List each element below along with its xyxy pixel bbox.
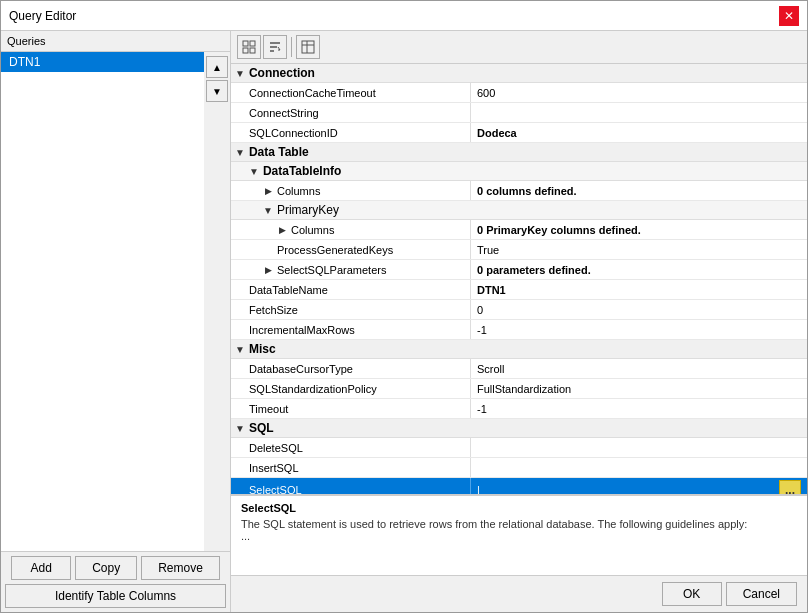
add-button[interactable]: Add bbox=[11, 556, 71, 580]
prop-value-process-generated-keys[interactable]: True bbox=[471, 240, 807, 259]
description-field-name: SelectSQL bbox=[241, 502, 797, 514]
copy-button[interactable]: Copy bbox=[75, 556, 137, 580]
grid-view-button[interactable] bbox=[237, 35, 261, 59]
prop-row-columns: ▶Columns 0 columns defined. bbox=[231, 181, 807, 201]
prop-value-data-table-name[interactable]: DTN1 bbox=[471, 280, 807, 299]
section-sql[interactable]: ▼ SQL bbox=[231, 419, 807, 438]
prop-value-fetch-size[interactable]: 0 bbox=[471, 300, 807, 319]
prop-value-sql-standardization-policy[interactable]: FullStandardization bbox=[471, 379, 807, 398]
section-misc-label: Misc bbox=[249, 342, 276, 356]
ellipsis-button[interactable]: ... bbox=[779, 480, 801, 495]
description-text: The SQL statement is used to retrieve ro… bbox=[241, 518, 797, 530]
prop-value-connect-string[interactable] bbox=[471, 103, 807, 122]
prop-value-delete-sql[interactable] bbox=[471, 438, 807, 457]
move-up-button[interactable]: ▲ bbox=[206, 56, 228, 78]
prop-row-fetch-size: FetchSize 0 bbox=[231, 300, 807, 320]
prop-name-timeout: Timeout bbox=[231, 399, 471, 418]
prop-value-sql-connection-id[interactable]: Dodeca bbox=[471, 123, 807, 142]
right-panel: ▼ Connection ConnectionCacheTimeout 600 … bbox=[231, 31, 807, 612]
prop-name-connection-cache-timeout: ConnectionCacheTimeout bbox=[231, 83, 471, 102]
prop-value-pk-columns[interactable]: 0 PrimaryKey columns defined. bbox=[471, 220, 807, 239]
svg-rect-7 bbox=[302, 41, 314, 53]
select-sql-cursor bbox=[477, 484, 480, 495]
table-button[interactable] bbox=[296, 35, 320, 59]
chevron-data-table: ▼ bbox=[235, 147, 245, 158]
svg-rect-3 bbox=[250, 48, 255, 53]
remove-button[interactable]: Remove bbox=[141, 556, 220, 580]
chevron-sql: ▼ bbox=[235, 423, 245, 434]
prop-row-insert-sql: InsertSQL bbox=[231, 458, 807, 478]
prop-name-data-table-name: DataTableName bbox=[231, 280, 471, 299]
chevron-data-table-info: ▼ bbox=[249, 166, 259, 177]
prop-value-select-sql-parameters[interactable]: 0 parameters defined. bbox=[471, 260, 807, 279]
prop-value-insert-sql[interactable] bbox=[471, 458, 807, 477]
sort-button[interactable] bbox=[263, 35, 287, 59]
section-data-table[interactable]: ▼ Data Table bbox=[231, 143, 807, 162]
prop-value-columns[interactable]: 0 columns defined. bbox=[471, 181, 807, 200]
prop-row-sql-connection-id: SQLConnectionID Dodeca bbox=[231, 123, 807, 143]
prop-name-sql-standardization-policy: SQLStandardizationPolicy bbox=[231, 379, 471, 398]
section-misc[interactable]: ▼ Misc bbox=[231, 340, 807, 359]
section-sql-label: SQL bbox=[249, 421, 274, 435]
chevron-primary-key: ▼ bbox=[263, 205, 273, 216]
section-primary-key[interactable]: ▼ PrimaryKey bbox=[231, 201, 807, 220]
queries-list: DTN1 bbox=[1, 52, 204, 72]
prop-row-incremental-max-rows: IncrementalMaxRows -1 bbox=[231, 320, 807, 340]
section-data-table-info[interactable]: ▼ DataTableInfo bbox=[231, 162, 807, 181]
prop-row-database-cursor-type: DatabaseCursorType Scroll bbox=[231, 359, 807, 379]
prop-value-incremental-max-rows[interactable]: -1 bbox=[471, 320, 807, 339]
chevron-connection: ▼ bbox=[235, 68, 245, 79]
query-item[interactable]: DTN1 bbox=[1, 52, 204, 72]
svg-rect-1 bbox=[250, 41, 255, 46]
content-area: Queries DTN1 ▲ ▼ Add Copy Remove bbox=[1, 31, 807, 612]
ok-button[interactable]: OK bbox=[662, 582, 722, 606]
description-panel: SelectSQL The SQL statement is used to r… bbox=[231, 495, 807, 575]
prop-row-sql-standardization-policy: SQLStandardizationPolicy FullStandardiza… bbox=[231, 379, 807, 399]
prop-name-incremental-max-rows: IncrementalMaxRows bbox=[231, 320, 471, 339]
bottom-right-buttons: OK Cancel bbox=[662, 582, 797, 606]
dialog-title: Query Editor bbox=[9, 9, 76, 23]
prop-row-timeout: Timeout -1 bbox=[231, 399, 807, 419]
description-more: ... bbox=[241, 530, 797, 542]
section-connection[interactable]: ▼ Connection bbox=[231, 64, 807, 83]
prop-name-insert-sql: InsertSQL bbox=[231, 458, 471, 477]
prop-value-connection-cache-timeout[interactable]: 600 bbox=[471, 83, 807, 102]
prop-row-select-sql-parameters: ▶SelectSQLParameters 0 parameters define… bbox=[231, 260, 807, 280]
close-button[interactable]: ✕ bbox=[779, 6, 799, 26]
expand-pk-columns-icon[interactable]: ▶ bbox=[277, 225, 287, 235]
svg-rect-0 bbox=[243, 41, 248, 46]
left-nav-area: ▲ ▼ bbox=[204, 52, 230, 551]
prop-name-database-cursor-type: DatabaseCursorType bbox=[231, 359, 471, 378]
prop-row-pk-columns: ▶Columns 0 PrimaryKey columns defined. bbox=[231, 220, 807, 240]
left-content: DTN1 ▲ ▼ bbox=[1, 52, 230, 551]
prop-value-timeout[interactable]: -1 bbox=[471, 399, 807, 418]
prop-row-connect-string: ConnectString bbox=[231, 103, 807, 123]
cancel-button[interactable]: Cancel bbox=[726, 582, 797, 606]
section-primary-key-label: PrimaryKey bbox=[277, 203, 339, 217]
queries-label: Queries bbox=[1, 31, 230, 52]
move-down-button[interactable]: ▼ bbox=[206, 80, 228, 102]
prop-name-pk-columns: ▶Columns bbox=[231, 220, 471, 239]
identify-table-columns-button[interactable]: Identify Table Columns bbox=[5, 584, 226, 608]
prop-name-select-sql-parameters: ▶SelectSQLParameters bbox=[231, 260, 471, 279]
prop-name-process-generated-keys: ProcessGeneratedKeys bbox=[231, 240, 471, 259]
prop-row-delete-sql: DeleteSQL bbox=[231, 438, 807, 458]
prop-row-select-sql[interactable]: SelectSQL ... bbox=[231, 478, 807, 495]
prop-name-sql-connection-id: SQLConnectionID bbox=[231, 123, 471, 142]
section-connection-label: Connection bbox=[249, 66, 315, 80]
section-data-table-label: Data Table bbox=[249, 145, 309, 159]
left-panel: Queries DTN1 ▲ ▼ Add Copy Remove bbox=[1, 31, 231, 612]
prop-value-select-sql[interactable]: ... bbox=[471, 478, 807, 495]
expand-select-sql-params-icon[interactable]: ▶ bbox=[263, 265, 273, 275]
prop-value-database-cursor-type[interactable]: Scroll bbox=[471, 359, 807, 378]
left-panel-bottom: Add Copy Remove Identify Table Columns bbox=[1, 551, 230, 612]
expand-columns-icon[interactable]: ▶ bbox=[263, 186, 273, 196]
property-grid: ▼ Connection ConnectionCacheTimeout 600 … bbox=[231, 64, 807, 495]
prop-name-connect-string: ConnectString bbox=[231, 103, 471, 122]
toolbar bbox=[231, 31, 807, 64]
query-list-area: DTN1 bbox=[1, 52, 204, 551]
chevron-misc: ▼ bbox=[235, 344, 245, 355]
prop-row-data-table-name: DataTableName DTN1 bbox=[231, 280, 807, 300]
query-editor-dialog: Query Editor ✕ Queries DTN1 ▲ ▼ Add bbox=[0, 0, 808, 613]
prop-name-columns: ▶Columns bbox=[231, 181, 471, 200]
